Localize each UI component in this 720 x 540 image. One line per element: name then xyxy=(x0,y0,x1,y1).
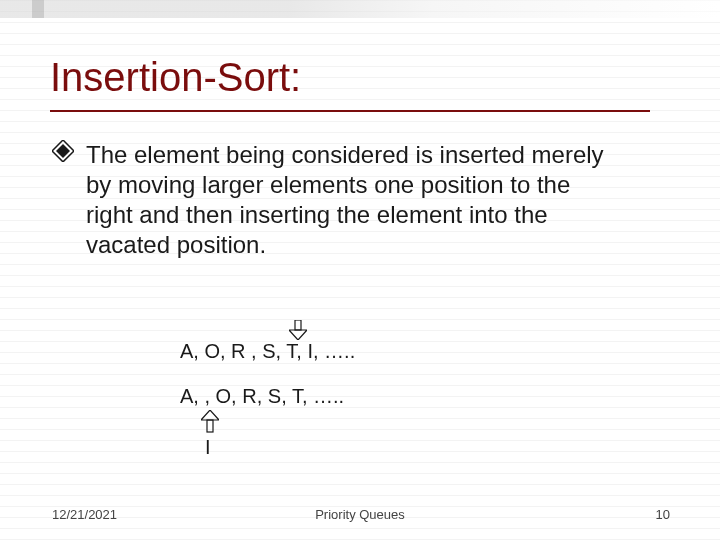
svg-rect-2 xyxy=(295,320,301,330)
footer-page-number: 10 xyxy=(656,507,670,522)
decorative-strip xyxy=(32,0,44,18)
body-paragraph: The element being considered is inserted… xyxy=(86,140,616,260)
svg-marker-4 xyxy=(201,410,219,420)
svg-rect-5 xyxy=(207,420,213,432)
title-underline xyxy=(50,110,650,112)
sequence-before: A, O, R , S, T, I, ….. xyxy=(180,340,355,363)
moving-element-label: I xyxy=(205,436,211,459)
svg-rect-1 xyxy=(56,144,70,158)
svg-marker-3 xyxy=(289,330,307,340)
footer-title: Priority Queues xyxy=(0,507,720,522)
up-arrow-icon xyxy=(201,410,219,434)
sequence-after: A, , O, R, S, T, ….. xyxy=(180,385,344,408)
slide-title: Insertion-Sort: xyxy=(50,55,301,100)
top-gradient-bar xyxy=(0,0,720,18)
diamond-bullet-icon xyxy=(52,140,74,162)
slide: Insertion-Sort: The element being consid… xyxy=(0,0,720,540)
down-arrow-icon xyxy=(289,320,307,340)
